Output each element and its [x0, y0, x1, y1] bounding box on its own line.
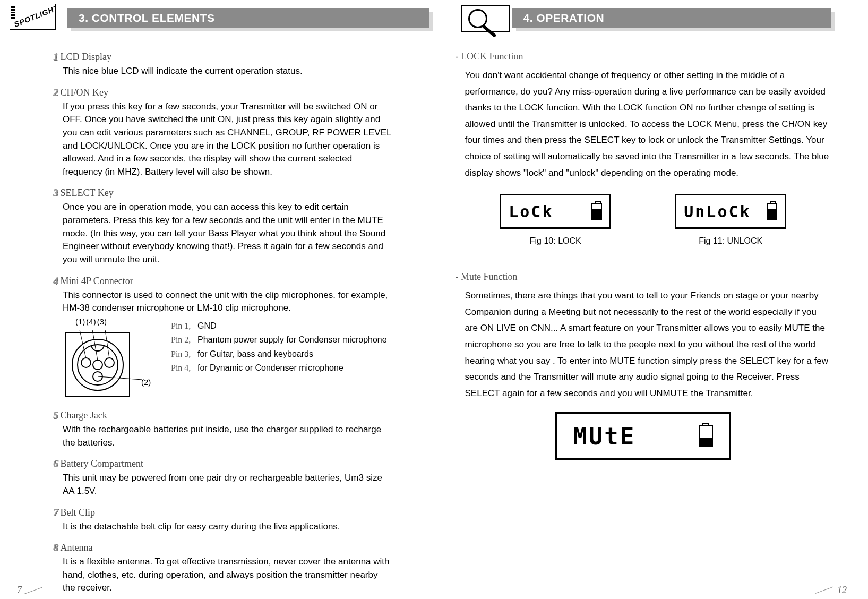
- logo-text: SPOTLIGHT: [13, 4, 56, 29]
- item-4: 4Mini 4P Connector This connector is use…: [53, 275, 429, 315]
- svg-point-3: [81, 358, 91, 367]
- pin-callout-3: (3): [97, 317, 107, 326]
- item-7: 7Belt Clip It is the detachable belt cli…: [53, 507, 429, 534]
- lcd-text: LoCk: [509, 202, 553, 221]
- fig10-caption: Fig 10: LOCK: [500, 236, 611, 246]
- item-body: It is the detachable belt clip for easy …: [63, 520, 392, 534]
- item-2: 2CH/ON Key If you press this key for a f…: [53, 87, 429, 179]
- section-title-operation: 4. OPERATION: [512, 8, 831, 28]
- pin-callout-1: (1): [75, 317, 85, 326]
- fig11-caption: Fig 11: UNLOCK: [675, 236, 786, 246]
- svg-point-1: [72, 339, 123, 390]
- mute-body: Sometimes, there are things that you wan…: [465, 288, 831, 401]
- lcd-text: MUtE: [573, 423, 635, 450]
- pin-desc: for Dynamic or Condenser microphone: [197, 361, 343, 375]
- pin-row: Pin 4,for Dynamic or Condenser microphon…: [171, 361, 387, 375]
- fig10: LoCk Fig 10: LOCK: [500, 194, 611, 246]
- item-title: CH/ON Key: [61, 87, 109, 98]
- mute-heading: - Mute Function: [456, 271, 831, 283]
- item-title: Battery Compartment: [61, 458, 143, 469]
- item-number: 1: [53, 51, 58, 63]
- magnifier-icon: [461, 5, 510, 32]
- spotlight-logo: SPOTLIGHT: [10, 4, 58, 32]
- item-number: 8: [53, 542, 58, 553]
- fig11: UnLoCk Fig 11: UNLOCK: [675, 194, 786, 246]
- svg-rect-0: [66, 333, 130, 397]
- item-body: Once you are in operation mode, you can …: [63, 201, 392, 266]
- item-5: 5Charge Jack With the rechargeable batte…: [53, 409, 429, 449]
- lcd-text: UnLoCk: [684, 202, 751, 221]
- item-number: 2: [53, 87, 58, 98]
- svg-line-9: [105, 330, 109, 358]
- page-number-left: 7: [17, 585, 42, 596]
- section-title-control-elements: 3. CONTROL ELEMENTS: [67, 8, 429, 28]
- connector-diagram: (1) (4) (3): [63, 319, 148, 401]
- item-body: With the rechargeable batteries put insi…: [63, 423, 392, 449]
- manual-spread: SPOTLIGHT 3. CONTROL ELEMENTS 1LCD Displ…: [0, 0, 868, 599]
- battery-icon: [767, 203, 777, 220]
- item-body: This nice blue LCD will indicate the cur…: [63, 65, 392, 78]
- item-body: If you press this key for a few seconds,…: [63, 100, 392, 179]
- battery-icon: [591, 203, 602, 220]
- item-title: Mini 4P Connector: [61, 276, 133, 287]
- pin-name: Pin 3,: [171, 347, 195, 361]
- pin-desc: for Guitar, bass and keyboards: [197, 347, 313, 361]
- lock-heading: - LOCK Function: [456, 51, 831, 62]
- pin-callout-4: (4): [86, 317, 96, 326]
- pin-row: Pin 1,GND: [171, 319, 387, 333]
- item-title: Charge Jack: [61, 410, 107, 421]
- item-number: 5: [53, 409, 58, 421]
- page-number-right: 12: [815, 585, 847, 596]
- item-8: 8Antenna It is a flexible antenna. To ge…: [53, 542, 429, 595]
- item-number: 7: [53, 507, 58, 518]
- item-body: This unit may be powered from one pair d…: [63, 472, 392, 498]
- lock-figures-row: LoCk Fig 10: LOCK UnLoCk Fig 11: UNLOCK: [456, 194, 831, 246]
- svg-point-5: [93, 360, 102, 370]
- svg-point-4: [105, 358, 114, 367]
- item-title: Belt Clip: [61, 507, 96, 518]
- pin-row: Pin 2,Phantom power supply for Condenser…: [171, 333, 387, 347]
- pin-callout-2: (2): [141, 378, 151, 387]
- lcd-lock: LoCk: [500, 194, 611, 229]
- item-title: Antenna: [61, 542, 93, 553]
- pin-desc: Phantom power supply for Condenser micro…: [197, 333, 387, 347]
- pin-name: Pin 1,: [171, 319, 195, 333]
- item-number: 3: [53, 187, 58, 199]
- item-1: 1LCD Display This nice blue LCD will ind…: [53, 51, 429, 78]
- pin-name: Pin 2,: [171, 333, 195, 347]
- lcd-mute: MUtE: [555, 412, 731, 460]
- lcd-unlock: UnLoCk: [675, 194, 786, 229]
- item-number: 6: [53, 458, 58, 469]
- left-page: SPOTLIGHT 3. CONTROL ELEMENTS 1LCD Displ…: [11, 5, 440, 599]
- connector-icon: [63, 319, 148, 399]
- pin-name: Pin 4,: [171, 361, 195, 375]
- battery-icon: [699, 425, 713, 447]
- item-body: It is a flexible antenna. To get effecti…: [63, 555, 392, 595]
- item-number: 4: [53, 275, 58, 287]
- item-body: This connector is used to connect the un…: [63, 289, 392, 315]
- lock-body: You don't want accidental change of freq…: [465, 67, 831, 181]
- pin-row: Pin 3,for Guitar, bass and keyboards: [171, 347, 387, 361]
- item-title: LCD Display: [61, 52, 112, 63]
- pin-list: Pin 1,GND Pin 2,Phantom power supply for…: [171, 319, 387, 375]
- item-title: SELECT Key: [61, 187, 114, 199]
- item-3: 3SELECT Key Once you are in operation mo…: [53, 187, 429, 266]
- pin-desc: GND: [197, 319, 217, 333]
- item-6: 6Battery Compartment This unit may be po…: [53, 458, 429, 498]
- right-page: 4. OPERATION - LOCK Function You don't w…: [440, 5, 858, 599]
- connector-diagram-block: (1) (4) (3): [63, 319, 429, 401]
